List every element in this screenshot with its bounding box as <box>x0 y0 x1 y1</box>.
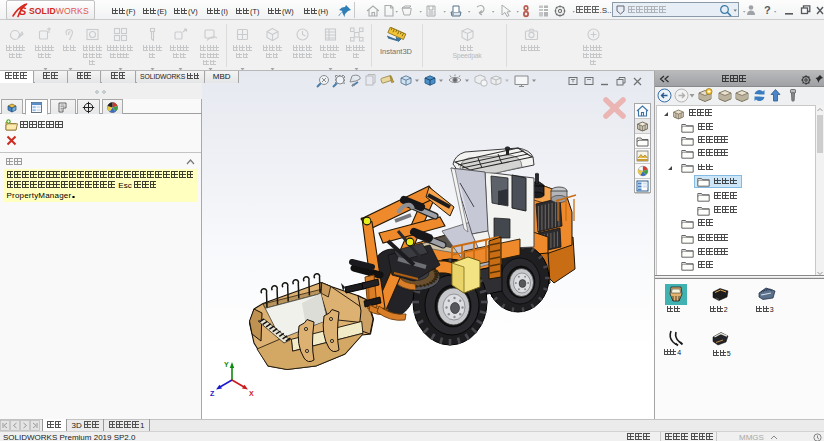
svg-text:Z: Z <box>210 390 215 397</box>
svg-text:Y: Y <box>224 361 229 368</box>
svg-text:?: ? <box>764 4 771 16</box>
svg-text:X: X <box>249 390 254 397</box>
